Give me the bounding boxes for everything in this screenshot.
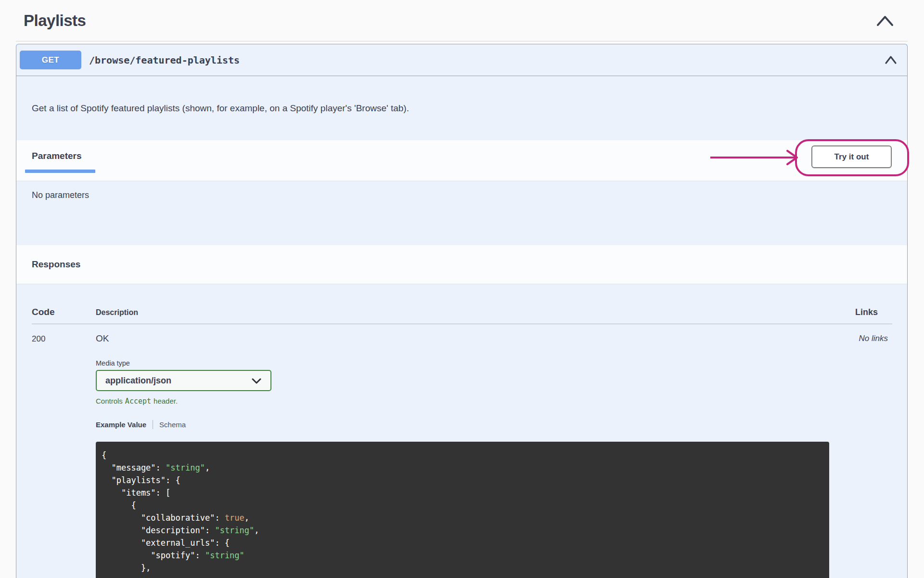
opblock-get-featured-playlists: GET /browse/featured-playlists Get a lis…	[16, 44, 908, 578]
response-description: OK	[96, 333, 829, 344]
collapse-operation-icon[interactable]	[885, 55, 897, 65]
accept-header-hint: ControlsAcceptheader.	[96, 397, 829, 406]
endpoint-description: Get a list of Spotify featured playlists…	[16, 76, 907, 140]
collapse-section-icon[interactable]	[876, 14, 894, 27]
chevron-down-icon	[251, 378, 262, 384]
response-links: No links	[829, 333, 892, 343]
http-method-badge: GET	[20, 51, 81, 69]
media-type-select[interactable]: application/json	[96, 370, 271, 391]
tab-separator	[153, 420, 153, 429]
media-type-selected-value: application/json	[105, 376, 171, 386]
response-row-200: 200 OK Media type application/json Contr…	[16, 333, 907, 578]
tab-example-value[interactable]: Example Value	[96, 420, 146, 429]
tag-section-header[interactable]: Playlists	[16, 0, 908, 41]
annotation-arrow-icon	[710, 149, 800, 166]
tab-schema[interactable]: Schema	[159, 420, 186, 429]
response-code: 200	[32, 333, 96, 344]
tab-parameters[interactable]: Parameters	[32, 151, 82, 161]
column-header-links: Links	[855, 307, 892, 317]
no-parameters-text: No parameters	[16, 181, 907, 245]
responses-section-title: Responses	[16, 245, 907, 284]
page: Playlists GET /browse/featured-playlists…	[16, 0, 908, 578]
responses-table: Code Description Links 200 OK Media type…	[16, 284, 907, 578]
endpoint-path: /browse/featured-playlists	[89, 54, 885, 66]
hint-prefix: Controls	[96, 397, 123, 405]
column-header-description: Description	[96, 308, 855, 317]
model-example-tabs: Example Value Schema	[96, 420, 829, 429]
opblock-header[interactable]: GET /browse/featured-playlists	[16, 44, 907, 76]
parameters-section-header: Parameters Try it out	[16, 140, 907, 181]
tab-parameters-active-underline	[25, 170, 95, 173]
hint-suffix: header.	[154, 397, 178, 405]
responses-table-header: Code Description Links	[16, 307, 907, 317]
example-code-block[interactable]: { "message": "string", "playlists": { "i…	[96, 442, 829, 578]
try-it-out-button[interactable]: Try it out	[811, 145, 892, 168]
hint-accept-code: Accept	[125, 397, 151, 406]
page-title: Playlists	[24, 12, 86, 30]
response-description-cell: OK Media type application/json ControlsA…	[96, 333, 829, 578]
media-type-label: Media type	[96, 359, 829, 367]
column-header-code: Code	[32, 307, 96, 317]
table-header-divider	[32, 324, 892, 324]
